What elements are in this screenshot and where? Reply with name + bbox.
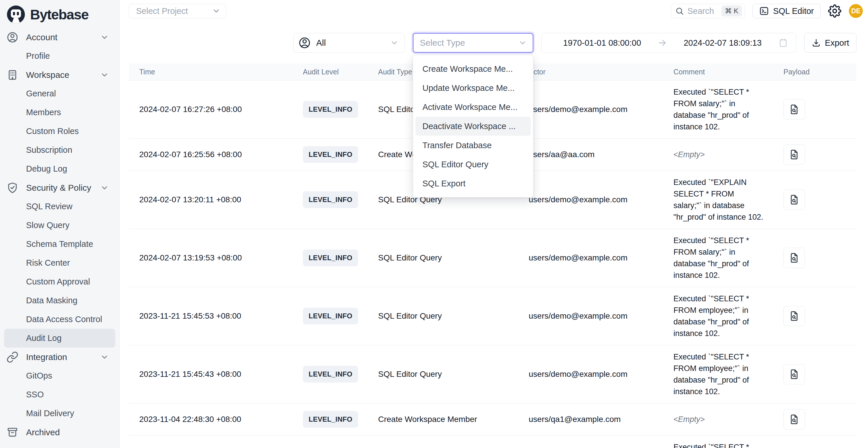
cell-audit-level: LEVEL_INFO [292,80,368,138]
cell-payload [773,80,857,138]
sidebar-item-members[interactable]: Members [4,103,115,122]
payload-view-button[interactable] [783,248,805,268]
export-button[interactable]: Export [804,33,857,53]
sidebar-group-workspace[interactable]: Workspace [4,65,115,84]
cell-time: 2024-02-07 16:25:56 +08:00 [129,138,292,170]
search-icon [675,7,684,15]
cell-payload [773,345,857,403]
payload-view-button[interactable] [783,364,805,384]
menu-item-create-workspace-member[interactable]: Create Workspace Me... [415,59,531,78]
menu-item-activate-workspace-member[interactable]: Activate Workspace Me... [415,98,531,117]
cell-audit-type: SQL Editor Query [368,435,518,448]
cell-audit-level: LEVEL_INFO [292,138,368,170]
menu-item-sql-export[interactable]: SQL Export [415,174,531,193]
sidebar-item-gitops[interactable]: GitOps [4,366,115,385]
sidebar-item-label: Custom Approval [26,277,90,287]
cell-audit-level: LEVEL_INFO [292,403,368,435]
column-header-payload: Payload [773,64,857,80]
cell-audit-level: LEVEL_INFO [292,229,368,287]
payload-view-button[interactable] [783,99,805,120]
sidebar-item-audit-log[interactable]: Audit Log [4,329,115,348]
download-icon [811,38,821,47]
calendar-icon [778,38,788,48]
cell-comment: Executed `"SELECT * FROM employee;"` in … [663,345,773,403]
search-placeholder: Search [687,6,718,16]
sidebar-item-label: General [26,89,56,98]
type-filter-placeholder: Select Type [420,38,465,48]
sidebar-item-sso[interactable]: SSO [4,385,115,404]
menu-item-deactivate-workspace-member[interactable]: Deactivate Workspace ... [415,117,531,136]
sidebar-item-label: Risk Center [26,258,70,268]
type-filter-dropdown-menu: Create Workspace Me... Update Workspace … [413,55,533,197]
cell-audit-level: LEVEL_INFO [292,435,368,448]
cell-time: 2024-02-07 13:20:11 +08:00 [129,170,292,229]
sidebar: Bytebase Account Profile Workspace Gener… [0,0,120,448]
sidebar-item-sql-review[interactable]: SQL Review [4,197,115,216]
sidebar-item-general[interactable]: General [4,84,115,103]
cell-comment: Executed `"SELECT * FROM employee;"` in … [663,287,773,345]
sidebar-item-debug-log[interactable]: Debug Log [4,159,115,178]
brand-logo[interactable]: Bytebase [0,0,119,26]
sidebar-item-schema-template[interactable]: Schema Template [4,235,115,254]
file-search-icon [788,310,800,322]
sidebar-item-mail-delivery[interactable]: Mail Delivery [4,404,115,423]
chevron-down-icon [390,38,399,47]
sidebar-item-data-access-control[interactable]: Data Access Control [4,310,115,329]
table-row: 2023-11-04 22:48:30 +08:00 LEVEL_INFO Cr… [129,403,857,435]
sidebar-item-label: GitOps [26,371,52,381]
chevron-down-icon [518,38,527,47]
sidebar-group-integration[interactable]: Integration [4,348,115,366]
level-badge: LEVEL_INFO [303,366,358,383]
sidebar-group-account[interactable]: Account [4,28,115,46]
menu-item-update-workspace-member[interactable]: Update Workspace Me... [415,78,531,98]
type-filter-select[interactable]: Select Type [413,33,533,53]
project-select[interactable]: Select Project [129,4,226,18]
sidebar-item-risk-center[interactable]: Risk Center [4,254,115,272]
search-input[interactable]: Search ⌘ K [671,4,745,18]
level-badge: LEVEL_INFO [303,101,358,118]
cell-audit-type: Create Workspace Member [368,403,518,435]
sidebar-item-label: SQL Review [26,202,72,211]
sidebar-item-subscription[interactable]: Subscription [4,141,115,159]
date-to-value: 2024-02-07 18:09:13 [684,38,762,48]
sidebar-group-security-policy[interactable]: Security & Policy [4,178,115,197]
sidebar-item-label: SSO [26,390,44,399]
sql-editor-button[interactable]: SQL Editor [752,4,820,18]
sidebar-group-archived[interactable]: Archived [4,423,115,442]
chevron-down-icon [100,71,109,79]
sidebar-item-label: Mail Delivery [26,409,74,418]
avatar[interactable]: DE [849,4,863,18]
brand-name: Bytebase [30,7,88,23]
actor-filter-select[interactable]: All [293,33,405,53]
cell-payload [773,138,857,170]
date-from-value: 1970-01-01 08:00:00 [563,38,641,48]
column-header-actor: Actor [518,64,663,80]
menu-item-sql-editor-query[interactable]: SQL Editor Query [415,155,531,174]
cell-time: 2023-11-04 01:06:24 +08:00 [129,435,292,448]
sidebar-group-label: Integration [26,352,67,362]
sidebar-item-profile[interactable]: Profile [4,46,115,65]
level-badge: LEVEL_INFO [303,250,358,266]
building-icon [6,69,19,81]
payload-view-button[interactable] [783,190,805,210]
sidebar-group-label: Account [26,32,57,42]
gear-icon[interactable] [828,4,841,18]
column-header-time: Time [129,64,292,80]
file-search-icon [788,252,800,264]
payload-view-button[interactable] [783,306,805,326]
date-range-picker[interactable]: 1970-01-01 08:00:00 2024-02-07 18:09:13 [541,33,796,53]
sidebar-item-data-masking[interactable]: Data Masking [4,291,115,310]
cell-time: 2023-11-04 22:48:30 +08:00 [129,403,292,435]
cell-actor: users/demo@example.com [518,170,663,229]
main-content: Select Project Search ⌘ K SQL Editor DE [120,0,868,448]
sidebar-item-custom-roles[interactable]: Custom Roles [4,122,115,141]
cell-actor: users/demo@example.com [518,229,663,287]
sidebar-item-slow-query[interactable]: Slow Query [4,216,115,235]
bytebase-logo-icon [6,5,26,24]
cell-audit-type: SQL Editor Query [368,345,518,403]
sidebar-item-custom-approval[interactable]: Custom Approval [4,272,115,291]
payload-view-button[interactable] [783,145,805,165]
payload-view-button[interactable] [783,409,805,429]
archive-icon [6,426,19,439]
menu-item-transfer-database[interactable]: Transfer Database [415,136,531,155]
